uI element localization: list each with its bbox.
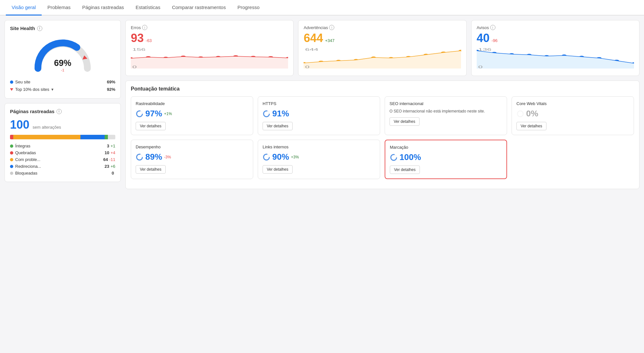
svg-point-44 [517, 111, 523, 117]
pages-crawled-title: Páginas rastreadas [10, 109, 55, 114]
nav-tab-comparar-rastreamentos[interactable]: Comparar rastreamentos [166, 0, 232, 16]
nav-tab-progresso[interactable]: Progresso [232, 0, 265, 16]
pages-stat-row: Bloqueadas0 [10, 170, 115, 176]
sparkline-svg: 1560 [131, 48, 288, 70]
nav-tabs: Visão geralProblemasPáginas rastreadasEs… [0, 0, 644, 16]
see-details-button[interactable]: Ver detalhes [390, 166, 420, 174]
ring-icon [390, 154, 398, 161]
thematic-section: Pontuação temática Rastreabilidade 97%+1… [125, 80, 639, 189]
site-legend-label: Seu site [15, 80, 30, 84]
stat-value-group: 3+1 [107, 144, 115, 148]
ring-icon [263, 110, 270, 118]
score-delta: +3% [291, 155, 299, 159]
stat-delta: +1 [110, 144, 115, 148]
site-health-card: Site Health i 69% -1 [5, 20, 121, 99]
site-health-title: Site Health [10, 26, 35, 31]
metric-label-text: Erros [131, 25, 141, 30]
pages-progress-bar [10, 135, 115, 139]
stat-dot [10, 172, 13, 175]
bar-blocked [108, 135, 115, 139]
see-details-button[interactable]: Ver detalhes [516, 122, 546, 130]
ring-icon [136, 153, 143, 161]
stat-dot [10, 151, 13, 155]
stat-value-group: 64-11 [103, 157, 115, 162]
top10-legend-label: Top 10% dos sites [15, 87, 49, 92]
bar-healthy [105, 135, 108, 139]
gauge-chart: 69% -1 [10, 35, 115, 76]
score-card-desc: O SEO internacional não está implementad… [390, 109, 502, 114]
metric-info-icon[interactable]: i [490, 25, 495, 30]
stat-value: 23 [105, 164, 109, 169]
score-value: 89% [145, 152, 162, 162]
legend-row-top10: Top 10% dos sites ▾ 92% [10, 86, 115, 93]
stat-value: 3 [107, 144, 109, 148]
score-grid-bottom: Desempenho 89%-3%Ver detalhesLinks inter… [131, 140, 634, 179]
score-card-core-web-vitals: Core Web Vitals 0%Ver detalhes [512, 96, 634, 135]
pages-stat-row: Íntegras3+1 [10, 143, 115, 149]
top10-chevron-icon[interactable]: ▾ [51, 87, 54, 92]
stat-dot [10, 158, 13, 161]
svg-point-42 [264, 111, 269, 117]
left-panel: Site Health i 69% -1 [5, 20, 121, 189]
bar-broken [10, 135, 13, 139]
site-legend-value: 69% [107, 80, 115, 84]
score-value: 0% [526, 109, 538, 119]
score-value: 100% [400, 152, 421, 162]
pages-stat-row: Com proble...64-11 [10, 156, 115, 163]
score-value: 97% [145, 109, 162, 119]
stat-value: 0 [112, 171, 114, 176]
ring-icon [516, 110, 524, 118]
metric-delta: +347 [325, 38, 334, 43]
svg-point-48 [264, 154, 269, 160]
score-card-title: Desempenho [136, 144, 248, 149]
score-delta: +1% [164, 112, 172, 116]
metric-number: 93 [131, 31, 144, 45]
metric-label-text: Avisos [477, 25, 489, 30]
stat-label: Com proble... [15, 157, 40, 162]
stat-dot [10, 165, 13, 168]
metric-delta: -96 [492, 38, 498, 43]
score-card-title: Links internos [263, 144, 375, 149]
svg-text:156: 156 [132, 48, 146, 51]
metrics-row: Errosi93-631560Advertênciasi644+3476440A… [125, 20, 639, 76]
sparkline-svg: 6440 [304, 48, 461, 70]
bar-redirect [80, 135, 105, 139]
svg-text:0: 0 [132, 65, 137, 69]
see-details-button[interactable]: Ver detalhes [263, 165, 293, 174]
stat-value-group: 23+6 [105, 164, 115, 169]
stat-label: Íntegras [15, 144, 30, 148]
see-details-button[interactable]: Ver detalhes [390, 117, 420, 126]
score-card-marcação: Marcação 100%Ver detalhes [385, 140, 507, 179]
nav-tab-estatísticas[interactable]: Estatísticas [130, 0, 166, 16]
stat-value-group: 0 [112, 171, 115, 176]
site-health-info-icon[interactable]: i [37, 26, 42, 31]
nav-tab-páginas-rastreadas[interactable]: Páginas rastreadas [76, 0, 130, 16]
metric-info-icon[interactable]: i [142, 25, 147, 30]
pages-crawled-info-icon[interactable]: i [57, 109, 62, 114]
stat-value: 10 [105, 150, 109, 155]
site-health-legend: Seu site 69% Top 10% dos sites ▾ 92% [10, 78, 115, 93]
thematic-title: Pontuação temática [131, 86, 634, 92]
nav-tab-problemas[interactable]: Problemas [42, 0, 77, 16]
svg-point-40 [137, 111, 142, 117]
see-details-button[interactable]: Ver detalhes [136, 165, 166, 174]
svg-text:69%: 69% [54, 58, 71, 68]
svg-text:136: 136 [478, 48, 492, 51]
gauge-svg: 69% -1 [30, 37, 95, 73]
stat-value: 64 [103, 157, 108, 162]
see-details-button[interactable]: Ver detalhes [136, 122, 166, 130]
svg-text:0: 0 [305, 65, 310, 69]
stat-value-group: 10+4 [105, 150, 115, 155]
metric-info-icon[interactable]: i [329, 25, 334, 30]
empty-score-slot [512, 140, 634, 179]
metric-card-avisos: Avisosi40-961360 [471, 20, 639, 76]
top10-legend-value: 92% [107, 87, 115, 92]
svg-text:0: 0 [478, 65, 483, 69]
see-details-button[interactable]: Ver detalhes [263, 122, 293, 130]
nav-tab-visão-geral[interactable]: Visão geral [6, 0, 42, 16]
metric-card-advertências: Advertênciasi644+3476440 [298, 20, 466, 76]
score-card-title: Core Web Vitals [516, 101, 629, 106]
score-card-title: Rastreabilidade [136, 101, 248, 106]
score-card-title: HTTPS [263, 101, 375, 106]
legend-row-site: Seu site 69% [10, 78, 115, 86]
